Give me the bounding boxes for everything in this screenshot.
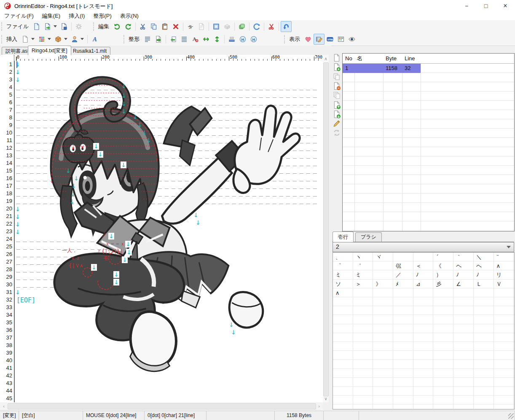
palette-char-cell[interactable]: ´ bbox=[434, 253, 456, 261]
document-tab-2[interactable]: Rusalka1-1.mlt bbox=[69, 47, 110, 55]
h-circle-2-icon[interactable]: H bbox=[248, 34, 259, 45]
palette-char-cell[interactable]: ／ bbox=[394, 270, 415, 279]
palette-char-cell[interactable]: ﾒ bbox=[394, 280, 415, 288]
palette-char-cell[interactable]: リ bbox=[494, 270, 515, 279]
palette-char-cell[interactable]: ＜ bbox=[414, 261, 435, 270]
palette-tab-1[interactable]: ブラシ bbox=[355, 232, 382, 242]
palette-char-cell[interactable]: ヾ bbox=[373, 253, 395, 261]
uturn-icon[interactable] bbox=[281, 21, 292, 32]
menu-item-3[interactable]: 整形(P) bbox=[89, 12, 115, 20]
paste-icon[interactable] bbox=[159, 21, 170, 32]
select-rect-icon[interactable] bbox=[211, 21, 222, 32]
save-file-icon[interactable] bbox=[59, 21, 70, 32]
palette-char-cell[interactable]: ゞ bbox=[414, 253, 435, 261]
palette-char-cell[interactable]: ヘ bbox=[454, 261, 475, 270]
scroll-left-icon[interactable]: ‹ bbox=[1, 403, 7, 409]
palette-char-cell[interactable]: 巛 bbox=[394, 261, 415, 270]
new-file-icon[interactable] bbox=[31, 21, 42, 32]
scroll-right-icon[interactable]: › bbox=[316, 403, 322, 409]
palette-char-cell[interactable]: 《 bbox=[434, 261, 456, 270]
strike-icon[interactable]: S bbox=[185, 21, 196, 32]
h-circle-1-icon[interactable]: H bbox=[237, 34, 248, 45]
window-resize-grip[interactable] bbox=[508, 413, 514, 419]
minimize-button[interactable]: − bbox=[457, 0, 476, 12]
horizontal-scrollbar[interactable]: ‹ › bbox=[0, 402, 323, 410]
palette-char-cell[interactable]: ゜ bbox=[333, 261, 355, 270]
align-lines-icon[interactable] bbox=[142, 34, 153, 45]
font-a-icon[interactable]: A bbox=[89, 34, 100, 45]
palette-char-cell[interactable]: Ｖ bbox=[494, 280, 515, 288]
box-icon[interactable] bbox=[53, 34, 64, 45]
file-down-icon[interactable] bbox=[333, 110, 341, 118]
justify-lines-icon[interactable] bbox=[179, 34, 190, 45]
file-up-icon[interactable] bbox=[333, 101, 341, 109]
palette-char-cell[interactable]: ソ bbox=[333, 280, 355, 288]
arrow-h-icon[interactable] bbox=[201, 34, 212, 45]
palette-char-cell[interactable]: ヽ bbox=[354, 253, 375, 261]
palette-char-cell[interactable]: ∧ bbox=[333, 288, 355, 297]
palette-char-cell[interactable]: ｀ bbox=[454, 253, 475, 261]
file-stack-icon[interactable] bbox=[333, 91, 341, 100]
scroll-down-icon[interactable]: ∨ bbox=[323, 396, 329, 401]
palette-char-cell[interactable]: ﾉ bbox=[454, 270, 475, 279]
palette-char-cell[interactable]: ） bbox=[434, 270, 456, 279]
palette-char-cell[interactable]: 》 bbox=[373, 280, 395, 288]
curve-icon[interactable] bbox=[251, 21, 262, 32]
palette-char-cell[interactable]: ∠ bbox=[454, 280, 475, 288]
dropdown-arrow-icon[interactable] bbox=[80, 38, 84, 40]
file-add-icon[interactable] bbox=[333, 63, 341, 71]
palette-char-cell[interactable]: ＼ bbox=[474, 253, 496, 261]
menu-item-0[interactable]: ファイル(F) bbox=[0, 12, 38, 20]
grid-palette-icon[interactable] bbox=[335, 34, 346, 45]
line-select-combobox[interactable]: 2 bbox=[333, 242, 514, 252]
close-button[interactable]: × bbox=[496, 0, 515, 12]
palette-char-cell[interactable]: ミ bbox=[333, 270, 355, 279]
character-palette-grid[interactable]: 、ヽヾゝゞ´｀＼¨゜゛巛＜《ヘヘ∧ミミ／ﾉ）ﾉﾉリソ＞》ﾒ⊿彡∠ＬＶ∧ bbox=[333, 252, 515, 409]
cut-icon[interactable] bbox=[137, 21, 148, 32]
table-row[interactable]: 1115832 bbox=[343, 64, 421, 73]
palette-char-cell[interactable]: Ｌ bbox=[474, 280, 496, 288]
bar-bottom-icon[interactable] bbox=[226, 34, 237, 45]
document-tab-1[interactable]: Ringo4.txt[変更] bbox=[28, 46, 71, 55]
arrow-v-icon[interactable] bbox=[212, 34, 223, 45]
layers-icon[interactable] bbox=[236, 21, 247, 32]
scissors-red-icon[interactable] bbox=[266, 21, 277, 32]
delete-icon[interactable] bbox=[170, 21, 181, 32]
film-pencil-icon[interactable] bbox=[314, 34, 325, 45]
eye-icon[interactable] bbox=[346, 34, 357, 45]
palette-char-cell[interactable]: ゛ bbox=[354, 261, 375, 270]
file-blank-icon[interactable] bbox=[333, 54, 341, 62]
dropdown-arrow-icon[interactable] bbox=[48, 38, 51, 40]
file-copy-icon[interactable] bbox=[333, 73, 341, 81]
maximize-button[interactable]: □ bbox=[476, 0, 496, 12]
palette-char-cell[interactable]: ＞ bbox=[354, 280, 375, 288]
html-icon[interactable]: HTML bbox=[325, 34, 335, 45]
refresh-icon[interactable] bbox=[333, 129, 341, 137]
insert-page-icon[interactable] bbox=[20, 34, 31, 45]
heart-icon[interactable] bbox=[303, 34, 314, 45]
redo-icon[interactable] bbox=[123, 21, 134, 32]
editor-canvas[interactable]: ／．ｘ＝＝ｘ一人．〃{|∵/|}|ｘｚ．モ．{|Ｖ∧ ↓↓↓↓↓↓↓↓↓↓↓↓↓… bbox=[15, 61, 323, 402]
palette-tab-0[interactable]: 壱行 bbox=[333, 232, 354, 242]
edit-pencil-icon[interactable] bbox=[333, 119, 341, 128]
palette-char-cell[interactable]: ¨ bbox=[494, 253, 515, 261]
font-convert-icon[interactable]: A bbox=[190, 34, 201, 45]
palette-char-cell[interactable]: 彡 bbox=[434, 280, 456, 288]
color-grid-icon[interactable] bbox=[36, 34, 47, 45]
undo-icon[interactable] bbox=[112, 21, 123, 32]
dropdown-arrow-icon[interactable] bbox=[54, 25, 57, 27]
menu-item-2[interactable]: 挿入(I) bbox=[64, 12, 89, 20]
dropdown-arrow-icon[interactable] bbox=[31, 38, 35, 40]
palette-char-cell[interactable]: ∧ bbox=[494, 261, 515, 270]
dropdown-arrow-icon[interactable] bbox=[64, 38, 67, 40]
menu-item-4[interactable]: 表示(N) bbox=[116, 12, 143, 20]
file-list-table[interactable]: No名ByteLine1115832 bbox=[342, 53, 515, 232]
palette-char-cell[interactable]: ﾉ bbox=[414, 270, 435, 279]
copy-icon[interactable] bbox=[148, 21, 159, 32]
palette-char-cell[interactable]: ⊿ bbox=[414, 280, 435, 288]
palette-char-cell[interactable]: ゝ bbox=[394, 253, 415, 261]
palette-char-cell[interactable]: ミ bbox=[354, 270, 375, 279]
palette-char-cell[interactable]: 、 bbox=[333, 253, 355, 261]
file-remove-icon[interactable] bbox=[333, 82, 341, 90]
box-arrow-left-icon[interactable] bbox=[168, 34, 179, 45]
